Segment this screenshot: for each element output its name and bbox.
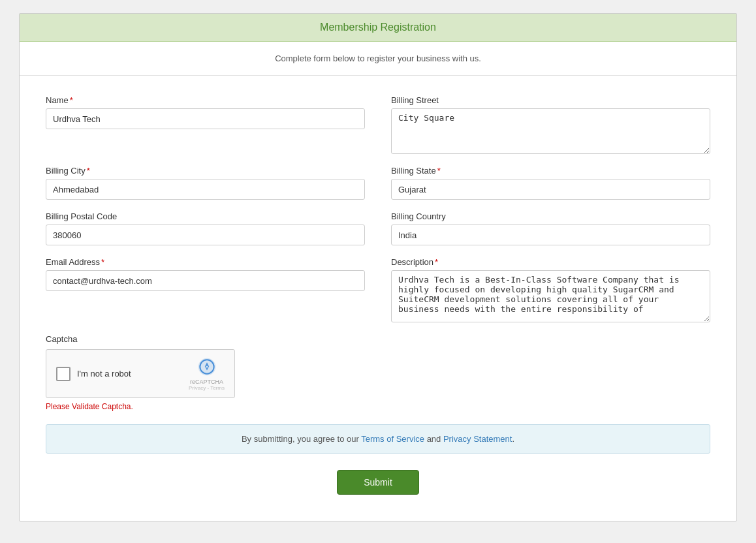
description-group: Description* Urdhva Tech is a Best-In-Cl… — [391, 257, 710, 322]
terms-text: By submitting, you agree to our Terms of… — [242, 434, 514, 444]
captcha-text: I'm not a robot — [77, 369, 131, 379]
terms-bar: By submitting, you agree to our Terms of… — [46, 424, 710, 454]
billing-state-group: Billing State* — [391, 166, 710, 200]
privacy-link[interactable]: Privacy Statement — [443, 434, 512, 444]
name-input[interactable] — [46, 108, 365, 129]
billing-street-group: Billing Street City Square — [391, 95, 710, 154]
billing-street-label: Billing Street — [391, 95, 710, 105]
billing-state-required: * — [437, 166, 441, 176]
captcha-logo-area: reCAPTCHA Privacy - Terms — [189, 356, 225, 391]
description-required: * — [435, 257, 438, 267]
email-group: Email Address* — [46, 257, 365, 322]
submit-container: Submit — [46, 470, 710, 495]
form-row-1: Name* Billing Street City Square — [46, 95, 710, 154]
billing-city-required: * — [87, 166, 90, 176]
billing-postal-group: Billing Postal Code — [46, 211, 365, 245]
billing-city-input[interactable] — [46, 179, 365, 200]
billing-city-label: Billing City* — [46, 166, 365, 176]
billing-country-group: Billing Country — [391, 211, 710, 245]
captcha-checkbox-area: I'm not a robot — [56, 367, 131, 381]
captcha-checkbox[interactable] — [56, 367, 71, 381]
form-row-3: Billing Postal Code Billing Country — [46, 211, 710, 245]
form-row-4: Email Address* Description* Urdhva Tech … — [46, 257, 710, 322]
page-container: Membership Registration Complete form be… — [19, 13, 737, 521]
billing-state-input[interactable] — [391, 179, 710, 200]
description-label: Description* — [391, 257, 710, 267]
billing-country-label: Billing Country — [391, 211, 710, 221]
recaptcha-links: Privacy - Terms — [189, 385, 225, 391]
form-row-2: Billing City* Billing State* — [46, 166, 710, 200]
email-required: * — [101, 257, 104, 267]
captcha-section: Captcha I'm not a robot reCAPTCHA Privac… — [46, 334, 710, 411]
captcha-label: Captcha — [46, 334, 710, 344]
submit-button[interactable]: Submit — [337, 470, 419, 495]
page-subheader: Complete form below to register your bus… — [20, 42, 736, 76]
email-label: Email Address* — [46, 257, 365, 267]
page-title: Membership Registration — [320, 22, 436, 33]
name-group: Name* — [46, 95, 365, 154]
billing-postal-label: Billing Postal Code — [46, 211, 365, 221]
recaptcha-brand-label: reCAPTCHA — [190, 379, 223, 385]
billing-country-input[interactable] — [391, 225, 710, 245]
captcha-widget[interactable]: I'm not a robot reCAPTCHA Privacy - Term… — [46, 349, 235, 398]
name-required: * — [70, 95, 73, 105]
recaptcha-icon — [197, 356, 217, 377]
name-label: Name* — [46, 95, 365, 105]
description-input[interactable]: Urdhva Tech is a Best-In-Class Software … — [391, 270, 710, 322]
form-container: Name* Billing Street City Square Billing… — [20, 76, 736, 521]
billing-city-group: Billing City* — [46, 166, 365, 200]
billing-state-label: Billing State* — [391, 166, 710, 176]
page-header: Membership Registration — [20, 14, 736, 42]
billing-street-input[interactable]: City Square — [391, 108, 710, 154]
terms-link[interactable]: Terms of Service — [361, 434, 424, 444]
subheader-text: Complete form below to register your bus… — [275, 54, 481, 63]
email-input[interactable] — [46, 270, 365, 291]
captcha-error: Please Validate Captcha. — [46, 402, 710, 411]
billing-postal-input[interactable] — [46, 225, 365, 245]
